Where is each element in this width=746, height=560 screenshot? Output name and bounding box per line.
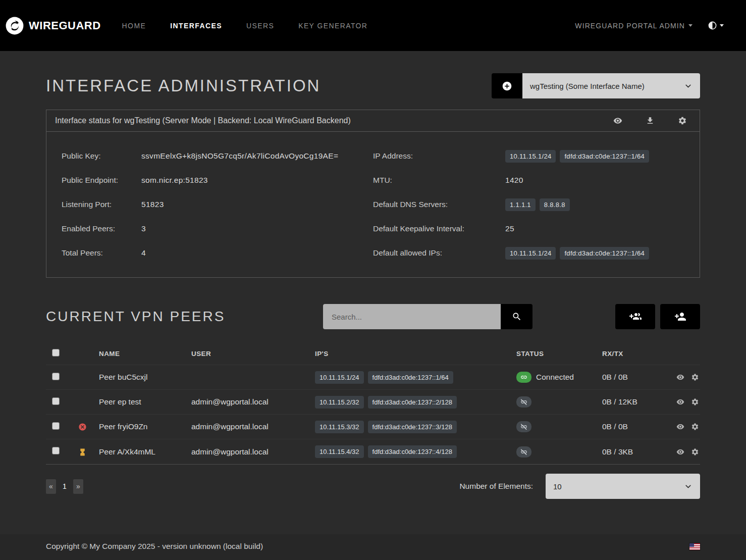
- plus-circle-icon: [502, 81, 512, 91]
- peer-view-button[interactable]: [676, 448, 684, 456]
- pagination-next-button[interactable]: »: [73, 479, 83, 494]
- enabled-peers-label: Enabled Peers:: [62, 224, 141, 233]
- search-button[interactable]: [501, 304, 532, 329]
- row-checkbox[interactable]: [52, 447, 60, 454]
- interface-status-card: Interface status for wgTesting (Server M…: [46, 110, 700, 278]
- page-title: INTERFACE ADMINISTRATION: [46, 76, 321, 95]
- interface-details-left: Public Key: ssvmEelxG+k8jsNO5G7cq5r/Ak7l…: [62, 144, 373, 265]
- eye-icon: [676, 423, 684, 431]
- mtu-label: MTU:: [373, 176, 505, 185]
- status-disconnected-badge: [516, 446, 531, 457]
- peer-settings-button[interactable]: [691, 423, 699, 431]
- elements-select[interactable]: 10: [546, 474, 700, 499]
- peer-view-button[interactable]: [676, 398, 684, 406]
- peer-view-button[interactable]: [676, 423, 684, 431]
- column-header-status: STATUS: [516, 350, 602, 358]
- circle-half-icon: [708, 21, 717, 30]
- peer-user: admin@wgportal.local: [191, 397, 315, 406]
- pagination-page-1[interactable]: 1: [60, 479, 70, 494]
- peer-name: Peer buC5cxjl: [99, 373, 191, 382]
- peer-settings-button[interactable]: [691, 448, 699, 456]
- info-row: Total Peers: 4: [62, 241, 373, 265]
- ip-badge: 10.11.15.1/24: [505, 247, 556, 260]
- copyright-text: Copyright © My Company 2025 - version un…: [46, 542, 263, 551]
- peers-header: CURRENT VPN PEERS: [46, 304, 700, 329]
- peer-search-input[interactable]: [323, 304, 501, 329]
- mtu-value: 1420: [505, 176, 684, 185]
- info-row: Public Endpoint: som.nicr.ep:51823: [62, 168, 373, 192]
- peer-row: Peer fryiO9Zn admin@wgportal.local 10.11…: [46, 415, 700, 439]
- column-header-name: NAME: [99, 350, 191, 358]
- peer-rxtx: 0B / 3KB: [602, 447, 669, 456]
- theme-toggle-dropdown[interactable]: [708, 21, 724, 30]
- peer-settings-button[interactable]: [691, 398, 699, 406]
- info-row: Default Keepalive Interval: 25: [373, 217, 684, 241]
- total-peers-value: 4: [141, 248, 373, 258]
- interface-details: Public Key: ssvmEelxG+k8jsNO5G7cq5r/Ak7l…: [46, 132, 700, 277]
- view-config-button[interactable]: [613, 116, 622, 125]
- peer-settings-button[interactable]: [691, 373, 699, 381]
- download-icon: [646, 116, 655, 125]
- ip-badge: 10.11.15.2/32: [315, 396, 364, 409]
- peer-rxtx: 0B / 0B: [602, 373, 669, 382]
- user-menu-dropdown[interactable]: WIREGUARD PORTAL ADMIN: [575, 22, 692, 30]
- peers-table: NAME USER IP'S STATUS RX/TX Peer buC5cxj…: [46, 342, 700, 465]
- card-actions: [613, 116, 691, 125]
- select-all-checkbox[interactable]: [52, 349, 60, 357]
- interface-controls: wgTesting (Some Interface Name): [492, 73, 700, 98]
- link-icon: [520, 374, 527, 381]
- peer-row: Peer buC5cxjl 10.11.15.1/24 fdfd:d3ad:c0…: [46, 365, 700, 390]
- pagination-prev-button[interactable]: «: [46, 479, 56, 494]
- peer-rxtx: 0B / 0B: [602, 422, 669, 431]
- public-key-label: Public Key:: [62, 151, 141, 161]
- peer-user: admin@wgportal.local: [191, 422, 315, 431]
- eye-icon: [613, 116, 622, 125]
- allowed-ips-label: Default allowed IPs:: [373, 248, 505, 258]
- total-peers-label: Total Peers:: [62, 248, 141, 258]
- add-peer-button[interactable]: [660, 304, 700, 329]
- info-row: Default DNS Servers: 1.1.1.1 8.8.8.8: [373, 192, 684, 217]
- link-slash-icon: [520, 398, 527, 405]
- nav-item-users[interactable]: USERS: [246, 22, 274, 30]
- brand-label: WIREGUARD: [29, 19, 101, 32]
- row-checkbox[interactable]: [52, 373, 60, 380]
- public-endpoint-label: Public Endpoint:: [62, 176, 141, 185]
- navbar-right: WIREGUARD PORTAL ADMIN: [575, 21, 724, 30]
- row-checkbox[interactable]: [52, 397, 60, 405]
- add-multiple-peers-button[interactable]: [615, 304, 655, 329]
- interface-settings-button[interactable]: [678, 116, 687, 125]
- nav-item-key-generator[interactable]: KEY GENERATOR: [298, 22, 367, 30]
- brand[interactable]: WIREGUARD: [5, 16, 101, 35]
- status-label: Connected: [536, 373, 574, 382]
- peer-name: Peer ep test: [99, 397, 191, 406]
- peers-section-title: CURRENT VPN PEERS: [46, 309, 225, 325]
- add-interface-button[interactable]: [492, 73, 522, 98]
- listening-port-value: 51823: [141, 200, 373, 209]
- pagination: « 1 »: [46, 479, 83, 494]
- interface-select-value: wgTesting (Some Interface Name): [530, 82, 645, 90]
- info-row: IP Address: 10.11.15.1/24 fdfd:d3ad:c0de…: [373, 144, 684, 168]
- ip-badge: fdfd:d3ad:c0de:1237::3/128: [368, 421, 457, 433]
- download-config-button[interactable]: [646, 116, 655, 125]
- ip-badge: fdfd:d3ad:c0de:1237::1/64: [560, 150, 649, 163]
- elements-select-value: 10: [553, 482, 562, 491]
- peer-view-button[interactable]: [676, 373, 684, 381]
- status-disconnected-badge: [516, 396, 531, 408]
- column-header-ips: IP'S: [315, 350, 516, 358]
- nav-item-interfaces[interactable]: INTERFACES: [170, 22, 222, 30]
- elements-label: Number of Elements:: [459, 482, 533, 491]
- add-peer-icon: [674, 311, 686, 323]
- hourglass-icon: [78, 448, 87, 456]
- peer-row: Peer ep test admin@wgportal.local 10.11.…: [46, 390, 700, 415]
- interface-select[interactable]: wgTesting (Some Interface Name): [522, 73, 700, 98]
- x-circle-icon: [78, 423, 87, 431]
- link-slash-icon: [520, 448, 527, 455]
- page-header: INTERFACE ADMINISTRATION wgTesting (Some…: [46, 51, 700, 98]
- nav-item-home[interactable]: HOME: [122, 22, 146, 30]
- add-multiple-peers-icon: [629, 311, 642, 323]
- us-flag-icon[interactable]: [689, 543, 700, 550]
- magnifier-icon: [512, 312, 522, 322]
- peer-row: Peer A/Xk4mML admin@wgportal.local 10.11…: [46, 439, 700, 464]
- card-header: Interface status for wgTesting (Server M…: [46, 110, 700, 132]
- row-checkbox[interactable]: [52, 422, 60, 430]
